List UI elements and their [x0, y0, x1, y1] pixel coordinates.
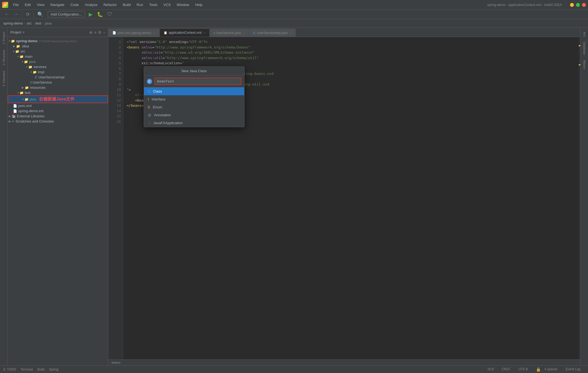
sidebar-tab-structure[interactable]: 2: Structure: [1, 47, 7, 68]
tree-test[interactable]: ▾ 📁 test: [8, 90, 108, 95]
toolbar-back[interactable]: ←: [2, 10, 11, 18]
tree-java-test[interactable]: ▾ 📁 java 右键新建Java文件: [8, 95, 108, 103]
menu-run[interactable]: Run: [134, 2, 146, 8]
new-class-name-input[interactable]: [154, 78, 241, 85]
window-title: spring-demo - applicationContext.xml - I…: [487, 3, 562, 7]
njd-item-javafx[interactable]: ⬚ JavaFXApplication: [144, 119, 244, 127]
njd-item-enum[interactable]: E Enum: [144, 103, 244, 111]
run-button[interactable]: ▶: [87, 10, 95, 19]
settings-gear-icon[interactable]: ⚙: [98, 30, 102, 35]
breadcrumb-project[interactable]: spring-demo: [3, 21, 23, 25]
sidebar-tab-favorites[interactable]: 2: Favorites: [1, 68, 7, 89]
menu-code[interactable]: Code: [68, 2, 82, 8]
tree-java-main[interactable]: ▾ 📁 java: [8, 59, 108, 64]
tab-close-appctx[interactable]: ×: [204, 31, 206, 34]
folder-icon-java-main: 📁: [24, 60, 28, 64]
menu-build[interactable]: Build: [120, 2, 133, 8]
search-icon[interactable]: 🔍: [35, 10, 45, 19]
tab-pom-xml[interactable]: 📄 pom.xml (spring-demo) ×: [108, 29, 159, 37]
tree-iml-label: spring-demo.iml: [18, 109, 43, 113]
toolbar-sync[interactable]: ⟳: [24, 10, 32, 19]
breadcrumb-test[interactable]: test: [35, 21, 41, 25]
locate-icon[interactable]: ⊕: [89, 30, 93, 35]
menu-help[interactable]: Help: [192, 2, 205, 8]
sidebar-right-database[interactable]: Database: [581, 39, 587, 57]
sidebar-right-maven[interactable]: Maven: [581, 57, 587, 72]
code-line-5: xsi:schemaLocation=": [127, 60, 577, 66]
coverage-button[interactable]: 🛡: [105, 10, 114, 18]
close-button[interactable]: [582, 3, 586, 7]
menu-edit[interactable]: Edit: [22, 2, 33, 8]
status-spring[interactable]: Spring: [49, 368, 59, 371]
status-position[interactable]: 16:9: [487, 367, 494, 372]
tree-root[interactable]: ▾ 📁 spring-demo D:\IdeaProjects\spring-d…: [8, 38, 108, 44]
tree-main[interactable]: ▾ 📁 main: [8, 54, 108, 59]
status-encoding[interactable]: UTF-8: [519, 367, 528, 372]
tree-arrow-services: ▾: [26, 65, 27, 68]
tree-arrow-root: ▾: [9, 39, 10, 42]
menu-analyze[interactable]: Analyze: [82, 2, 100, 8]
debug-button[interactable]: 🐛: [95, 10, 105, 19]
njd-class-icon: C: [148, 89, 150, 93]
menu-navigate[interactable]: Navigate: [48, 2, 67, 8]
editor-stripe: [579, 37, 580, 359]
minimize-button[interactable]: [570, 3, 574, 7]
status-event-log[interactable]: Event Log: [566, 367, 580, 372]
tree-idea[interactable]: ▶ 📁 .idea: [8, 44, 108, 49]
line-numbers: 1 2 3 4 5 6 7 8 9 10 11 12 13 14 15 16: [108, 37, 123, 359]
tree-resources[interactable]: ▶ 📁 resources: [8, 85, 108, 90]
njd-javafx-icon: ⬚: [148, 121, 151, 125]
tree-impl[interactable]: ▾ 📁 impl: [8, 69, 108, 75]
tree-userservice[interactable]: I UserService: [8, 80, 108, 85]
add-configuration-button[interactable]: Add Configuration...: [48, 11, 85, 17]
sidebar-right-ant[interactable]: Ant: [581, 29, 587, 39]
tree-arrow-test: ▾: [17, 91, 19, 94]
menu-view[interactable]: View: [34, 2, 47, 8]
project-tree: ▾ 📁 spring-demo D:\IdeaProjects\spring-d…: [8, 37, 108, 365]
tree-resources-label: resources: [30, 85, 45, 90]
sidebar-tab-project[interactable]: 1: Project: [1, 29, 7, 47]
line-2: 2: [108, 45, 123, 50]
njd-item-interface[interactable]: I Interface: [144, 95, 244, 103]
project-panel: Project ▾ ⊕ ≡ ⚙ − ▾ 📁 spring-demo D:\Ide…: [8, 28, 108, 365]
njd-item-annotation[interactable]: @ Annotation: [144, 111, 244, 119]
editor-tabs: 📄 pom.xml (spring-demo) × 📋 applicationC…: [108, 28, 580, 37]
code-editor[interactable]: 1 2 3 4 5 6 7 8 9 10 11 12 13 14 15 16 <…: [108, 37, 580, 359]
minimize-panel-icon[interactable]: −: [103, 30, 105, 35]
status-indent[interactable]: 4 spaces: [544, 367, 558, 372]
status-todo[interactable]: 6: TODO: [3, 368, 16, 371]
tree-src[interactable]: ▾ 📁 src: [8, 49, 108, 54]
breadcrumb-src[interactable]: src: [27, 21, 32, 25]
project-dropdown-icon[interactable]: ▾: [23, 30, 24, 34]
menu-tools[interactable]: Tools: [146, 2, 160, 8]
toolbar-forward[interactable]: →: [11, 10, 21, 18]
tree-services[interactable]: ▾ 📁 services: [8, 64, 108, 69]
menu-refactor[interactable]: Refactor: [101, 2, 120, 8]
title-bar: IJ File Edit View Navigate Code Analyze …: [0, 0, 588, 10]
menu-window[interactable]: Window: [174, 2, 192, 8]
maximize-button[interactable]: [576, 3, 580, 7]
tree-iml[interactable]: 📄 spring-demo.iml: [8, 108, 108, 114]
tree-userserviceimpl[interactable]: C UserServiceImpl: [8, 75, 108, 80]
menu-vcs[interactable]: VCS: [161, 2, 173, 8]
status-build[interactable]: Build: [37, 368, 45, 371]
line-9: 9: [108, 82, 123, 87]
tree-scratches[interactable]: ▶ ✏ Scratches and Consoles: [8, 119, 108, 124]
tree-pom[interactable]: 📄 pom.xml: [8, 103, 108, 108]
breadcrumb-sep-2: ›: [33, 21, 34, 25]
tab-applicationcontext[interactable]: 📋 applicationContext.xml ×: [160, 29, 210, 37]
status-line-sep[interactable]: CRLF: [502, 367, 510, 372]
tab-close-userservice[interactable]: ×: [243, 31, 245, 35]
tab-userserviceimpl[interactable]: C UserServiceImpl.java ×: [249, 29, 296, 37]
tree-external-libs[interactable]: ▶ 📚 External Libraries: [8, 114, 108, 119]
tab-userservice[interactable]: I UserService.java ×: [210, 29, 249, 37]
breadcrumb-java[interactable]: java: [45, 21, 52, 25]
collapse-icon[interactable]: ≡: [94, 30, 96, 35]
new-java-class-input-row: C: [144, 75, 244, 87]
menu-file[interactable]: File: [10, 2, 22, 8]
tab-close-pom[interactable]: ×: [153, 31, 155, 35]
toolbar-sep-1: [22, 12, 22, 17]
njd-item-class[interactable]: C Class: [144, 87, 244, 95]
status-terminal[interactable]: Terminal: [21, 368, 33, 371]
tab-close-userserviceimpl[interactable]: ×: [290, 31, 292, 35]
